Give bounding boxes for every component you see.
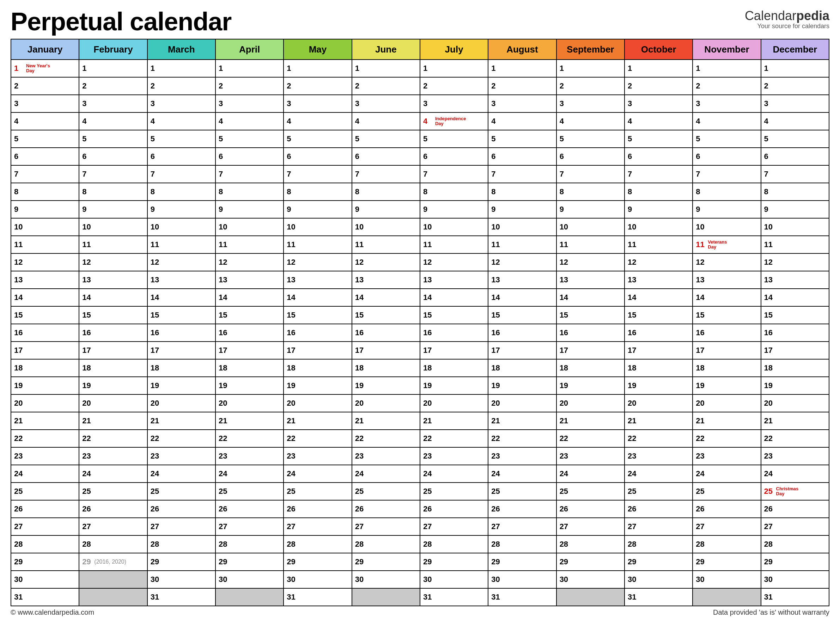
day-number: 27 <box>82 522 92 531</box>
day-number: 31 <box>287 593 297 602</box>
day-cell: 5 <box>488 130 556 148</box>
day-cell: 28 <box>215 536 284 553</box>
holiday-label: VeteransDay <box>708 240 727 249</box>
day-number: 21 <box>764 416 774 426</box>
day-cell: 18 <box>215 359 284 377</box>
day-number: 18 <box>560 363 570 373</box>
day-number: 11 <box>696 240 706 249</box>
day-cell: 8 <box>625 183 693 200</box>
day-cell: 12 <box>284 254 352 271</box>
day-cell: 24 <box>625 465 693 482</box>
day-number: 22 <box>491 434 501 443</box>
day-number: 10 <box>287 222 297 232</box>
day-cell: 2 <box>693 77 761 95</box>
day-cell: 13 <box>11 271 79 289</box>
day-cell: 25 <box>488 482 556 500</box>
day-number: 16 <box>151 328 161 337</box>
day-cell: 31 <box>147 588 215 606</box>
day-number: 1 <box>628 64 638 73</box>
day-cell: 19 <box>420 377 488 394</box>
day-number: 7 <box>628 170 638 179</box>
day-number: 27 <box>423 522 433 531</box>
brand-block: Calendarpedia Your source for calendars <box>745 8 829 30</box>
day-number: 31 <box>14 593 24 602</box>
day-number: 5 <box>696 134 706 143</box>
day-cell: 28 <box>420 536 488 553</box>
holiday-label: IndependenceDay <box>435 116 466 126</box>
day-number: 14 <box>696 293 706 302</box>
day-cell: 15 <box>761 306 829 324</box>
day-number: 28 <box>219 540 229 549</box>
day-cell: 2 <box>420 77 488 95</box>
day-number: 5 <box>628 134 638 143</box>
day-cell: 8 <box>284 183 352 200</box>
day-cell: 6 <box>352 148 420 165</box>
day-cell: 3 <box>625 95 693 112</box>
day-number: 19 <box>14 381 24 390</box>
day-number: 16 <box>628 328 638 337</box>
day-number: 18 <box>219 363 229 373</box>
day-number: 25 <box>423 487 433 496</box>
day-cell: 14 <box>488 289 556 306</box>
day-cell: 31 <box>488 588 556 606</box>
day-cell: 26 <box>352 500 420 518</box>
day-number: 16 <box>219 328 229 337</box>
day-number: 7 <box>219 170 229 179</box>
day-number: 21 <box>696 416 706 426</box>
day-number: 18 <box>764 363 774 373</box>
day-number: 3 <box>287 99 297 108</box>
day-cell: 6 <box>147 148 215 165</box>
day-number: 30 <box>287 575 297 584</box>
month-header: April <box>215 39 284 60</box>
day-row: 151515151515151515151515 <box>11 306 829 324</box>
day-row: 777777777777 <box>11 165 829 183</box>
day-cell: 17 <box>625 342 693 359</box>
day-number: 2 <box>764 82 774 91</box>
day-cell: 4 <box>11 112 79 130</box>
day-cell: 9 <box>147 200 215 218</box>
day-number: 4 <box>423 117 433 126</box>
day-cell: 31 <box>11 588 79 606</box>
day-row: 252525252525252525252525ChristmasDay <box>11 482 829 500</box>
day-number: 20 <box>151 399 161 408</box>
day-cell: 6 <box>420 148 488 165</box>
footer-disclaimer: Data provided 'as is' without warranty <box>713 608 829 616</box>
day-number: 22 <box>628 434 638 443</box>
day-number: 8 <box>355 187 365 196</box>
day-cell: 12 <box>761 254 829 271</box>
day-cell: 12 <box>352 254 420 271</box>
day-number: 1 <box>560 64 570 73</box>
day-number: 17 <box>219 346 229 355</box>
day-number: 2 <box>423 82 433 91</box>
day-cell: 21 <box>352 412 420 430</box>
day-cell: 12 <box>215 254 284 271</box>
day-number: 15 <box>287 310 297 320</box>
day-number: 1 <box>423 64 433 73</box>
day-number: 4 <box>151 117 161 126</box>
day-cell: 16 <box>147 324 215 342</box>
day-number: 23 <box>423 452 433 461</box>
day-cell: 29 <box>625 553 693 571</box>
day-number: 23 <box>82 452 92 461</box>
day-number: 22 <box>560 434 570 443</box>
day-cell: 7 <box>488 165 556 183</box>
day-cell: 14 <box>352 289 420 306</box>
day-cell: 30 <box>761 571 829 588</box>
day-cell: 5 <box>215 130 284 148</box>
day-number: 11 <box>764 240 774 249</box>
day-cell: 24 <box>284 465 352 482</box>
perpetual-calendar-table: JanuaryFebruaryMarchAprilMayJuneJulyAugu… <box>11 39 829 606</box>
day-row: 101010101010101010101010 <box>11 218 829 236</box>
day-cell: 13 <box>284 271 352 289</box>
day-cell: 2 <box>147 77 215 95</box>
day-cell: 11 <box>420 236 488 254</box>
day-number: 15 <box>696 310 706 320</box>
day-number: 26 <box>423 504 433 514</box>
month-header: June <box>352 39 420 60</box>
day-cell: 14 <box>79 289 147 306</box>
day-cell: 21 <box>215 412 284 430</box>
day-number: 31 <box>764 593 774 602</box>
day-number: 3 <box>764 99 774 108</box>
day-cell: 9 <box>79 200 147 218</box>
day-cell: 6 <box>625 148 693 165</box>
